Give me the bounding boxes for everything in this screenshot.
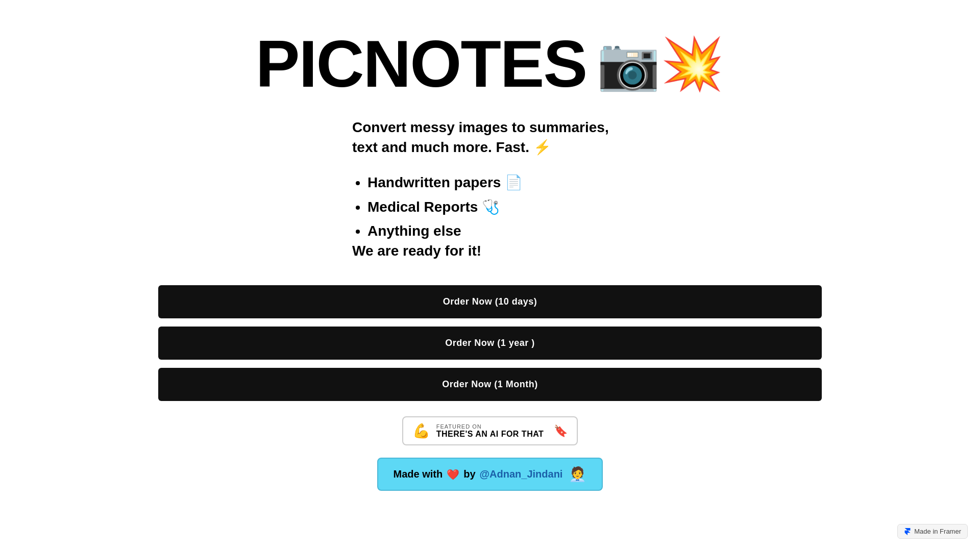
featured-text: FEATURED ON THERE'S AN AI FOR THAT	[436, 423, 544, 439]
made-with-text: Made with	[394, 468, 443, 480]
framer-logo-icon	[904, 528, 911, 535]
app-title: PICNOTES	[256, 31, 587, 97]
featured-icon: 💪	[412, 422, 430, 439]
featured-badge[interactable]: 💪 FEATURED ON THERE'S AN AI FOR THAT 🔖	[402, 416, 578, 445]
order-1month-button[interactable]: Order Now (1 Month)	[158, 368, 822, 401]
feature-list: Handwritten papers 📄 Medical Reports 🩺 A…	[352, 172, 523, 265]
framer-label: Made in Framer	[914, 528, 961, 535]
by-text: by	[463, 468, 475, 480]
content-area: Convert messy images to summaries, text …	[352, 117, 628, 285]
featured-on-label: FEATURED ON	[436, 423, 544, 430]
subtitle: Convert messy images to summaries, text …	[352, 117, 618, 157]
camera-emoji: 📷💥	[597, 34, 724, 94]
bullet-medical: Medical Reports 🩺	[368, 197, 523, 217]
app-header: PICNOTES 📷💥	[256, 31, 725, 97]
avatar-emoji: 🧑‍💼	[569, 466, 586, 483]
order-10days-button[interactable]: Order Now (10 days)	[158, 285, 822, 318]
bullet-handwritten: Handwritten papers 📄	[368, 172, 523, 192]
heart-icon: ❤️	[447, 468, 459, 481]
featured-name: THERE'S AN AI FOR THAT	[436, 430, 544, 439]
bullet-anything: Anything else We are ready for it!	[368, 221, 523, 261]
bullet-ready: We are ready for it!	[352, 243, 481, 259]
order-1year-button[interactable]: Order Now (1 year )	[158, 327, 822, 360]
featured-bookmark-icon: 🔖	[554, 424, 568, 438]
twitter-handle: @Adnan_Jindani	[480, 468, 563, 480]
buttons-area: Order Now (10 days) Order Now (1 year ) …	[158, 285, 822, 401]
framer-badge[interactable]: Made in Framer	[897, 524, 968, 539]
made-with-banner[interactable]: Made with ❤️ by @Adnan_Jindani 🧑‍💼	[377, 458, 603, 491]
